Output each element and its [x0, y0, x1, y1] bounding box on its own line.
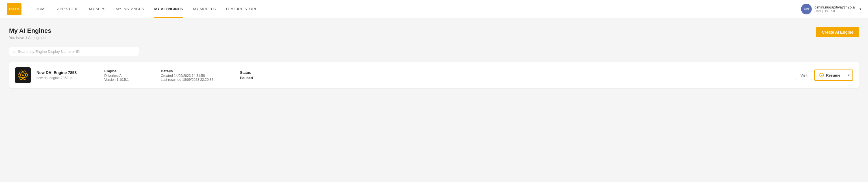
- visit-button[interactable]: Visit: [796, 71, 812, 80]
- page-subtitle: You have 1 AI engines: [9, 36, 52, 40]
- table-row: New DAI Engine 7858 new-dai-engine-7858 …: [9, 62, 859, 88]
- engine-id-row: new-dai-engine-7858 ⧉: [36, 76, 93, 80]
- navbar: H2O.ai HOME APP STORE MY APPS MY INSTANC…: [0, 0, 868, 18]
- search-icon: ⌕: [13, 49, 16, 54]
- status-label: Status: [240, 70, 274, 74]
- engine-table: New DAI Engine 7858 new-dai-engine-7858 …: [9, 62, 859, 88]
- engine-created: Created 14/09/2023 14:31:58: [161, 74, 228, 78]
- user-email: oshini.nugapitiya@h2o.ai: [815, 5, 856, 9]
- nav-app-store[interactable]: APP STORE: [52, 0, 84, 18]
- search-input[interactable]: [18, 50, 135, 54]
- engine-id: new-dai-engine-7858: [36, 76, 68, 80]
- user-info: oshini.nugapitiya@h2o.ai User | US East: [815, 5, 856, 13]
- search-wrapper: ⌕: [9, 47, 139, 56]
- engine-type-value: DriverlessAI: [104, 74, 150, 78]
- main-content: My AI Engines You have 1 AI engines Crea…: [0, 18, 868, 182]
- engine-logo-icon: [18, 70, 28, 81]
- status-badge: Paused: [240, 76, 274, 80]
- details-label: Details: [161, 69, 228, 73]
- copy-icon[interactable]: ⧉: [70, 76, 73, 80]
- engine-name-section: New DAI Engine 7858 new-dai-engine-7858 …: [36, 70, 93, 80]
- resume-button[interactable]: ▶ Resume: [815, 71, 845, 80]
- create-ai-engine-button[interactable]: Create AI Engine: [816, 27, 859, 37]
- user-role: User | US East: [815, 9, 856, 13]
- user-initials: ON: [804, 7, 809, 11]
- engine-status-section: Status Paused: [240, 70, 274, 80]
- engine-name: New DAI Engine 7858: [36, 70, 93, 75]
- search-container: ⌕: [9, 47, 859, 56]
- engine-details-section: Details Created 14/09/2023 14:31:58 Last…: [161, 69, 228, 82]
- nav-home[interactable]: HOME: [31, 0, 52, 18]
- nav-my-ai-engines[interactable]: MY AI ENGINES: [149, 0, 188, 18]
- resume-chevron-down-icon[interactable]: ▾: [845, 71, 852, 80]
- logo-text: H2O.ai: [9, 7, 19, 11]
- engine-last-resumed: Last resumed 18/09/2023 22:20:37: [161, 78, 228, 82]
- svg-point-3: [22, 74, 24, 76]
- engine-icon: [15, 67, 31, 83]
- avatar: ON: [801, 4, 812, 14]
- resume-label: Resume: [826, 73, 840, 78]
- user-menu[interactable]: ON oshini.nugapitiya@h2o.ai User | US Ea…: [801, 4, 861, 14]
- engine-actions: Visit ▶ Resume ▾: [796, 69, 853, 81]
- engine-version: Version 1.10.5.1: [104, 78, 150, 82]
- nav-feature-store[interactable]: FEATURE STORE: [221, 0, 263, 18]
- page-title: My AI Engines: [9, 27, 52, 34]
- nav-my-instances[interactable]: MY INSTANCES: [111, 0, 149, 18]
- page-title-section: My AI Engines You have 1 AI engines: [9, 27, 52, 40]
- chevron-icon: ▾: [848, 73, 849, 77]
- nav-my-apps[interactable]: MY APPS: [84, 0, 111, 18]
- logo[interactable]: H2O.ai: [7, 3, 22, 15]
- page-header: My AI Engines You have 1 AI engines Crea…: [9, 27, 859, 40]
- engine-type-label: Engine: [104, 69, 150, 73]
- resume-button-wrapper: ▶ Resume ▾: [814, 69, 853, 81]
- engine-info-section: Engine DriverlessAI Version 1.10.5.1: [104, 69, 150, 82]
- nav-my-models[interactable]: MY MODELS: [188, 0, 221, 18]
- play-circle-icon: ▶: [819, 73, 824, 78]
- nav-links: HOME APP STORE MY APPS MY INSTANCES MY A…: [31, 0, 801, 18]
- user-menu-chevron-down-icon: ▾: [860, 7, 861, 11]
